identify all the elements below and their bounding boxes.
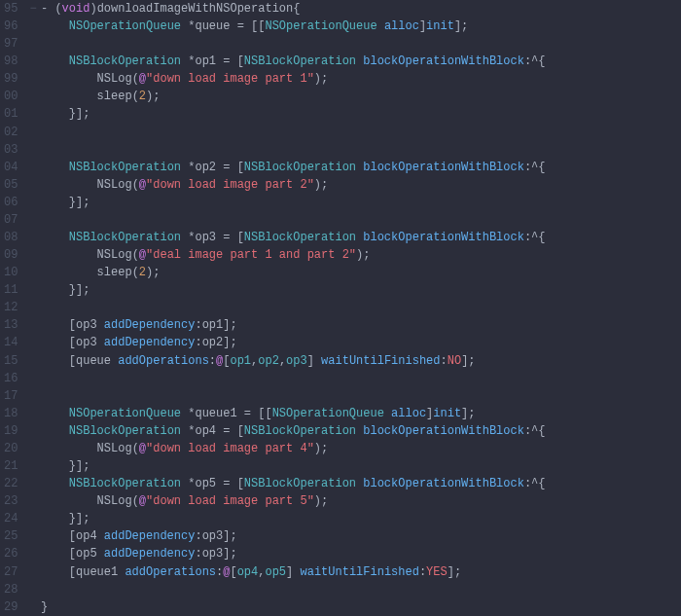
line-number: 11 bbox=[4, 281, 18, 299]
code-line[interactable] bbox=[41, 124, 681, 141]
code-line[interactable] bbox=[41, 211, 681, 229]
code-token: op3 bbox=[286, 354, 307, 368]
line-number: 19 bbox=[4, 422, 18, 440]
code-line[interactable]: } bbox=[41, 598, 681, 616]
code-token: @ bbox=[139, 72, 146, 86]
code-token: NSBlockOperation bbox=[69, 231, 181, 244]
code-line[interactable]: NSBlockOperation *op3 = [NSBlockOperatio… bbox=[41, 229, 681, 246]
code-line[interactable]: NSBlockOperation *op2 = [NSBlockOperatio… bbox=[41, 159, 681, 176]
code-token: ); bbox=[314, 494, 328, 508]
line-number: 16 bbox=[4, 370, 18, 387]
code-token bbox=[41, 266, 97, 279]
code-line[interactable]: }]; bbox=[41, 510, 681, 527]
code-token: ( bbox=[132, 442, 139, 455]
line-number: 05 bbox=[4, 176, 18, 194]
code-line[interactable]: [queue addOperations:@[op1,op2,op3] wait… bbox=[41, 352, 681, 370]
code-line[interactable] bbox=[41, 35, 681, 53]
code-line[interactable]: NSBlockOperation *op4 = [NSBlockOperatio… bbox=[41, 422, 681, 440]
fold-toggle[interactable]: − bbox=[25, 0, 41, 18]
code-line[interactable]: NSLog(@"down load image part 4"); bbox=[41, 440, 681, 457]
code-token: [queue1 bbox=[41, 565, 125, 579]
code-token: ] bbox=[286, 565, 300, 579]
code-line[interactable] bbox=[41, 581, 681, 598]
code-line[interactable]: NSOperationQueue *queue1 = [[NSOperation… bbox=[41, 405, 681, 422]
line-number: 95 bbox=[4, 0, 18, 18]
code-token: void bbox=[62, 2, 90, 16]
code-line[interactable]: [op3 addDependency:op1]; bbox=[41, 316, 681, 334]
code-line[interactable] bbox=[41, 299, 681, 316]
code-token bbox=[41, 494, 97, 508]
code-token: :^{ bbox=[524, 231, 546, 244]
code-token: NSBlockOperation bbox=[244, 54, 356, 68]
code-line[interactable]: NSBlockOperation *op5 = [NSBlockOperatio… bbox=[41, 475, 681, 492]
code-line[interactable] bbox=[41, 387, 681, 405]
fold-toggle bbox=[25, 194, 41, 211]
code-line[interactable]: }]; bbox=[41, 105, 681, 123]
code-line[interactable]: NSOperationQueue *queue = [[NSOperationQ… bbox=[41, 18, 681, 35]
fold-toggle bbox=[25, 299, 41, 316]
code-token bbox=[41, 442, 97, 455]
line-number: 97 bbox=[4, 35, 18, 53]
code-token: blockOperationWithBlock bbox=[363, 424, 524, 438]
code-line[interactable]: NSLog(@"down load image part 5"); bbox=[41, 492, 681, 510]
code-line[interactable]: sleep(2); bbox=[41, 88, 681, 105]
fold-toggle bbox=[25, 440, 41, 457]
line-number: 26 bbox=[4, 545, 18, 562]
code-token: *op2 = [ bbox=[181, 161, 244, 174]
fold-toggle bbox=[25, 124, 41, 141]
code-token: } bbox=[41, 600, 48, 614]
code-token bbox=[384, 407, 391, 420]
code-area[interactable]: - (void)downloadImageWithNSOperation{ NS… bbox=[41, 0, 681, 616]
code-line[interactable]: NSLog(@"deal image part 1 and part 2"); bbox=[41, 246, 681, 264]
fold-toggle bbox=[25, 35, 41, 53]
code-token: NSBlockOperation bbox=[69, 424, 181, 438]
code-line[interactable]: NSLog(@"down load image part 2"); bbox=[41, 176, 681, 194]
line-number: 07 bbox=[4, 211, 18, 229]
code-token: }]; bbox=[41, 107, 90, 121]
code-line[interactable] bbox=[41, 141, 681, 159]
code-editor[interactable]: 9596979899000102030405060708091011121314… bbox=[0, 0, 681, 616]
code-line[interactable]: [queue1 addOperations:@[op4,op5] waitUnt… bbox=[41, 563, 681, 581]
line-number: 02 bbox=[4, 124, 18, 141]
code-token: NSBlockOperation bbox=[69, 161, 181, 174]
code-line[interactable]: [op3 addDependency:op2]; bbox=[41, 334, 681, 351]
code-line[interactable]: NSLog(@"down load image part 1"); bbox=[41, 70, 681, 88]
code-token: :op2]; bbox=[195, 336, 236, 349]
code-token: [op5 bbox=[41, 547, 104, 561]
line-number: 99 bbox=[4, 70, 18, 88]
fold-toggle bbox=[25, 581, 41, 598]
line-number: 25 bbox=[4, 527, 18, 545]
code-token bbox=[41, 161, 69, 174]
fold-toggle bbox=[25, 176, 41, 194]
code-line[interactable] bbox=[41, 370, 681, 387]
line-number: 03 bbox=[4, 141, 18, 159]
code-line[interactable]: NSBlockOperation *op1 = [NSBlockOperatio… bbox=[41, 53, 681, 70]
code-token: *op5 = [ bbox=[181, 477, 244, 490]
code-line[interactable]: sleep(2); bbox=[41, 264, 681, 281]
line-number: 98 bbox=[4, 53, 18, 70]
code-token: addOperations bbox=[118, 354, 209, 368]
fold-toggle bbox=[25, 246, 41, 264]
code-token: ( bbox=[132, 72, 139, 86]
code-token: alloc bbox=[391, 407, 426, 420]
code-line[interactable]: [op4 addDependency:op3]; bbox=[41, 527, 681, 545]
code-token: NSBlockOperation bbox=[69, 477, 181, 490]
code-token: op4 bbox=[237, 565, 259, 579]
code-line[interactable]: [op5 addDependency:op3]; bbox=[41, 545, 681, 562]
code-token: ); bbox=[314, 442, 328, 455]
code-line[interactable]: - (void)downloadImageWithNSOperation{ bbox=[41, 0, 681, 18]
code-token: *queue1 = [[ bbox=[181, 407, 272, 420]
code-line[interactable]: }]; bbox=[41, 457, 681, 475]
line-number: 29 bbox=[4, 598, 18, 616]
code-token: NSOperationQueue bbox=[69, 407, 181, 420]
code-token: ( bbox=[132, 178, 139, 192]
code-token: blockOperationWithBlock bbox=[363, 54, 524, 68]
line-number: 96 bbox=[4, 18, 18, 35]
fold-column: − bbox=[25, 0, 41, 616]
code-line[interactable]: }]; bbox=[41, 194, 681, 211]
code-line[interactable]: }]; bbox=[41, 281, 681, 299]
fold-toggle bbox=[25, 405, 41, 422]
fold-toggle bbox=[25, 88, 41, 105]
code-token: addDependency bbox=[104, 336, 196, 349]
code-token: ); bbox=[314, 178, 328, 192]
